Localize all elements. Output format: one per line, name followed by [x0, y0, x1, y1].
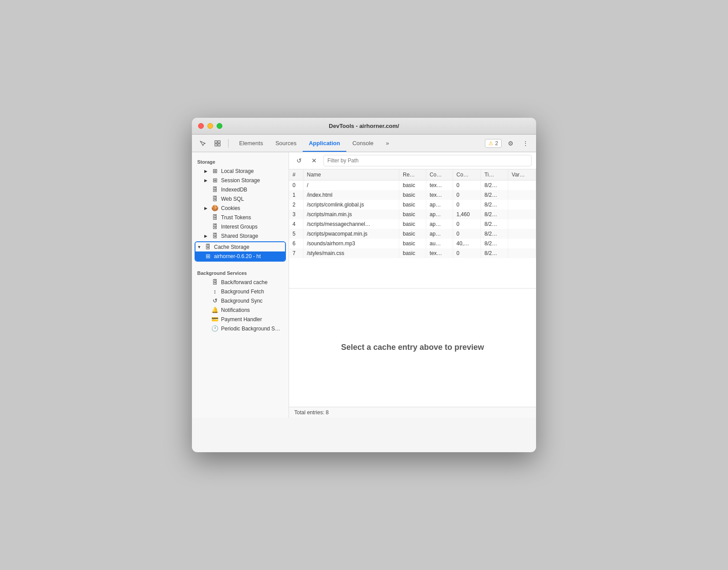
table-row[interactable]: 0 / basic tex… 0 8/2…	[289, 180, 536, 191]
cell-var	[508, 210, 536, 219]
expand-arrow-cookies: ▶	[204, 206, 209, 210]
cursor-icon[interactable]	[196, 137, 209, 150]
cell-num: 0	[289, 180, 303, 191]
cell-co2: 0	[453, 190, 481, 200]
inspect-icon[interactable]	[211, 137, 224, 150]
cell-co2: 0	[453, 248, 481, 258]
cache-storage-group: ▼ 🗄 Cache Storage ⊞ airhorner-0.6.20 - h…	[195, 241, 286, 262]
sidebar-item-background-fetch[interactable]: ▶ ↕ Background Fetch	[192, 287, 289, 296]
cell-ti: 8/2…	[481, 239, 508, 248]
sidebar-item-periodic-background[interactable]: ▶ 🕐 Periodic Background S…	[192, 324, 289, 333]
cell-num: 2	[289, 200, 303, 210]
sidebar-item-notifications[interactable]: ▶ 🔔 Notifications	[192, 305, 289, 315]
settings-button[interactable]: ⚙	[504, 137, 517, 150]
table-row[interactable]: 1 /index.html basic tex… 0 8/2…	[289, 190, 536, 200]
cell-co1: ap…	[426, 210, 453, 219]
table-row[interactable]: 2 /scripts/comlink.global.js basic ap… 0…	[289, 200, 536, 210]
clear-button[interactable]: ✕	[308, 155, 320, 166]
cell-var	[508, 180, 536, 191]
cell-re: basic	[399, 180, 426, 191]
svg-rect-3	[218, 144, 220, 146]
warning-badge[interactable]: ⚠ 2	[485, 139, 502, 148]
cell-var	[508, 248, 536, 258]
cell-co2: 1,460	[453, 210, 481, 219]
indexed-db-icon: 🗄	[211, 186, 218, 193]
sidebar-item-interest-groups[interactable]: ▶ 🗄 Interest Groups	[192, 222, 289, 231]
background-sync-icon: ↺	[211, 297, 218, 304]
sidebar-item-cache-storage-child[interactable]: ⊞ airhorner-0.6.20 - ht	[195, 251, 285, 261]
cell-ti: 8/2…	[481, 219, 508, 229]
tab-elements[interactable]: Elements	[233, 135, 269, 152]
web-sql-icon: 🗄	[211, 195, 218, 202]
tab-more[interactable]: »	[379, 135, 395, 152]
cell-co1: ap…	[426, 219, 453, 229]
expand-arrow-shared-storage: ▶	[204, 234, 209, 238]
filter-input[interactable]	[323, 155, 532, 166]
fullscreen-button[interactable]	[217, 123, 222, 129]
refresh-button[interactable]: ↺	[293, 155, 305, 166]
sidebar-item-payment-handler[interactable]: ▶ 💳 Payment Handler	[192, 315, 289, 324]
cell-co1: au…	[426, 239, 453, 248]
cell-co2: 0	[453, 219, 481, 229]
content-area: ↺ ✕ # Name Re… Co…	[289, 152, 536, 418]
cell-name: /sounds/airhorn.mp3	[303, 239, 399, 248]
trust-tokens-icon: 🗄	[211, 214, 218, 221]
titlebar: DevTools - airhorner.com/	[192, 118, 536, 135]
nav-tabs: Elements Sources Application Console »	[233, 135, 395, 152]
window-body: Storage ▶ ⊞ Local Storage ▶ ⊞ Session St…	[192, 152, 536, 452]
cell-co2: 0	[453, 229, 481, 239]
cell-name: /	[303, 180, 399, 191]
col-header-re: Re…	[399, 169, 426, 180]
svg-rect-1	[218, 141, 220, 143]
table-row[interactable]: 5 /scripts/pwacompat.min.js basic ap… 0 …	[289, 229, 536, 239]
background-services-label: Background Services	[192, 267, 289, 278]
cell-name: /scripts/main.min.js	[303, 210, 399, 219]
local-storage-icon: ⊞	[211, 168, 218, 174]
warning-icon: ⚠	[488, 140, 493, 146]
sidebar-item-cache-storage[interactable]: ▼ 🗄 Cache Storage	[195, 242, 285, 251]
table-row[interactable]: 4 /scripts/messagechannel… basic ap… 0 8…	[289, 219, 536, 229]
table-row[interactable]: 7 /styles/main.css basic tex… 0 8/2…	[289, 248, 536, 258]
status-bar: Total entries: 8	[289, 407, 536, 418]
cell-num: 5	[289, 229, 303, 239]
table-row[interactable]: 3 /scripts/main.min.js basic ap… 1,460 8…	[289, 210, 536, 219]
cell-co1: tex…	[426, 248, 453, 258]
sidebar-item-cookies[interactable]: ▶ 🍪 Cookies	[192, 203, 289, 213]
table-row[interactable]: 6 /sounds/airhorn.mp3 basic au… 40,… 8/2…	[289, 239, 536, 248]
col-header-ti: Ti…	[481, 169, 508, 180]
cell-co1: ap…	[426, 229, 453, 239]
cell-co2: 0	[453, 180, 481, 191]
tab-sources[interactable]: Sources	[269, 135, 303, 152]
sidebar-item-back-forward-cache[interactable]: ▶ 🗄 Back/forward cache	[192, 278, 289, 287]
close-button[interactable]	[198, 123, 204, 129]
sidebar-item-background-sync[interactable]: ▶ ↺ Background Sync	[192, 296, 289, 305]
sidebar-item-shared-storage[interactable]: ▶ 🗄 Shared Storage	[192, 231, 289, 240]
sidebar-item-trust-tokens[interactable]: ▶ 🗄 Trust Tokens	[192, 213, 289, 222]
cell-ti: 8/2…	[481, 200, 508, 210]
tab-console[interactable]: Console	[346, 135, 380, 152]
cell-co1: tex…	[426, 180, 453, 191]
cell-co2: 0	[453, 200, 481, 210]
cache-toolbar: ↺ ✕	[289, 152, 536, 169]
cell-re: basic	[399, 190, 426, 200]
separator	[228, 139, 229, 148]
cell-num: 6	[289, 239, 303, 248]
minimize-button[interactable]	[207, 123, 213, 129]
session-storage-icon: ⊞	[211, 177, 218, 184]
tab-application[interactable]: Application	[303, 135, 346, 152]
col-header-var: Var…	[508, 169, 536, 180]
cookies-icon: 🍪	[211, 205, 218, 211]
cell-num: 3	[289, 210, 303, 219]
cell-re: basic	[399, 239, 426, 248]
preview-message: Select a cache entry above to preview	[341, 343, 484, 352]
cell-name: /scripts/messagechannel…	[303, 219, 399, 229]
svg-rect-0	[215, 141, 217, 143]
sidebar-item-web-sql[interactable]: ▶ 🗄 Web SQL	[192, 194, 289, 203]
sidebar-item-local-storage[interactable]: ▶ ⊞ Local Storage	[192, 166, 289, 176]
cell-var	[508, 190, 536, 200]
sidebar-item-session-storage[interactable]: ▶ ⊞ Session Storage	[192, 176, 289, 185]
cell-re: basic	[399, 219, 426, 229]
sidebar-item-indexed-db[interactable]: ▶ 🗄 IndexedDB	[192, 185, 289, 194]
more-options-button[interactable]: ⋮	[519, 137, 532, 150]
cell-var	[508, 219, 536, 229]
